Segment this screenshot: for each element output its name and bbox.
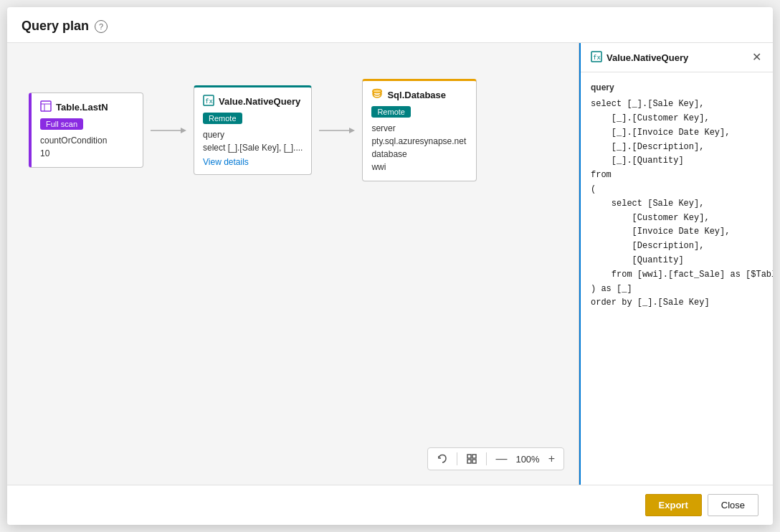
panel-close-button[interactable]: ✕ xyxy=(751,50,763,65)
node-table-lastn-title: Table.LastN xyxy=(56,102,108,113)
node-value-native-query-title: Value.NativeQuery xyxy=(219,96,300,107)
svg-rect-11 xyxy=(472,455,476,458)
dialog-footer: Export Close xyxy=(7,485,773,525)
node-value-native-query-prop-value: select [_].[Sale Key], [_].... xyxy=(203,141,303,154)
export-button[interactable]: Export xyxy=(645,494,702,516)
node-table-lastn-header: Table.LastN xyxy=(40,100,134,114)
close-button[interactable]: Close xyxy=(708,494,758,516)
node-table-lastn-prop1: 10 xyxy=(40,147,134,160)
node-table-lastn[interactable]: Table.LastN Full scan countOrCondition 1… xyxy=(29,92,143,168)
detail-panel: fx Value.NativeQuery ✕ query select [_].… xyxy=(579,43,773,485)
svg-point-9 xyxy=(373,90,381,93)
node-sql-database-badge: Remote xyxy=(371,106,411,118)
svg-rect-0 xyxy=(41,101,51,111)
node-sql-database-database-label: database xyxy=(371,148,467,161)
svg-text:fx: fx xyxy=(593,54,601,61)
panel-header: fx Value.NativeQuery ✕ xyxy=(581,43,773,72)
help-icon[interactable]: ? xyxy=(95,20,108,33)
panel-title: Value.NativeQuery xyxy=(607,52,688,63)
table-icon xyxy=(40,100,52,114)
undo-button[interactable] xyxy=(434,452,451,466)
canvas-area[interactable]: Table.LastN Full scan countOrCondition 1… xyxy=(7,43,579,485)
fit-view-button[interactable] xyxy=(463,452,480,466)
query-plan-dialog: Query plan ? xyxy=(7,7,773,525)
zoom-divider-1 xyxy=(457,452,457,465)
node-sql-database-database-value: wwi xyxy=(371,161,467,174)
value-icon: fx xyxy=(203,95,214,108)
zoom-out-button[interactable]: — xyxy=(493,451,510,467)
panel-body: query select [_].[Sale Key], [_].[Custom… xyxy=(581,72,773,485)
zoom-level: 100% xyxy=(515,454,539,465)
svg-rect-13 xyxy=(472,460,476,463)
node-sql-database[interactable]: Sql.Database Remote server pty.sql.azure… xyxy=(362,79,477,181)
node-sql-database-server-label: server xyxy=(371,122,467,135)
node-sql-database-header: Sql.Database xyxy=(371,88,467,102)
svg-marker-8 xyxy=(349,128,355,133)
node-sql-database-title: Sql.Database xyxy=(387,90,446,100)
node-sql-database-server-value: pty.sql.azuresynapse.net xyxy=(371,135,467,148)
dialog-title: Query plan xyxy=(22,19,89,34)
node-value-native-query[interactable]: fx Value.NativeQuery Remote query select… xyxy=(194,85,312,175)
node-table-lastn-prop0: countOrCondition xyxy=(40,134,134,147)
node-value-native-query-prop-label: query xyxy=(203,128,303,141)
panel-section-label: query xyxy=(591,81,763,95)
arrow-1 xyxy=(151,123,186,138)
panel-title-row: fx Value.NativeQuery xyxy=(591,51,688,65)
svg-rect-10 xyxy=(467,455,471,458)
zoom-in-button[interactable]: + xyxy=(546,451,558,467)
arrow-2 xyxy=(319,123,355,138)
svg-rect-12 xyxy=(467,460,471,463)
dialog-header: Query plan ? xyxy=(7,7,773,43)
nodes-container: Table.LastN Full scan countOrCondition 1… xyxy=(29,79,477,181)
svg-text:fx: fx xyxy=(205,98,213,105)
zoom-controls: — 100% + xyxy=(427,447,564,470)
sql-icon xyxy=(371,88,383,102)
view-details-link[interactable]: View details xyxy=(203,157,303,167)
node-value-native-query-badge: Remote xyxy=(203,113,242,124)
dialog-body: Table.LastN Full scan countOrCondition 1… xyxy=(7,43,773,485)
node-value-native-query-header: fx Value.NativeQuery xyxy=(203,95,303,108)
svg-marker-4 xyxy=(181,128,186,133)
panel-icon: fx xyxy=(591,51,602,65)
panel-code: select [_].[Sale Key], [_].[Customer Key… xyxy=(591,98,763,310)
zoom-divider-2 xyxy=(486,452,487,465)
node-table-lastn-badge: Full scan xyxy=(40,118,83,130)
